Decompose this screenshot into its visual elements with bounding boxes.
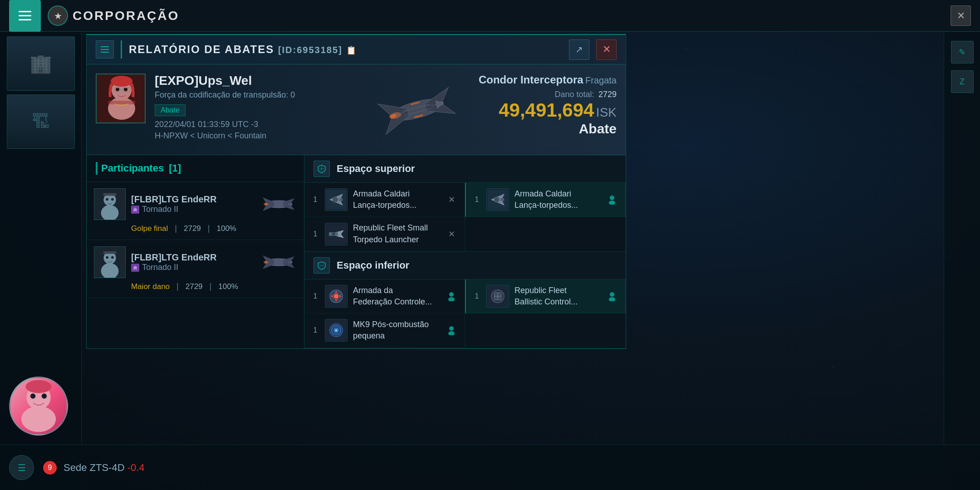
panel-menu-button[interactable] <box>96 40 114 59</box>
republic-torpedo-icon <box>326 224 346 244</box>
fitting-name-republic-ballistic: Republic FleetBallistic Control... <box>514 285 600 308</box>
participants-panel: Participantes [1] <box>87 155 304 348</box>
participant-rank-2 <box>131 264 139 272</box>
fitting-remove-republic-torpedo[interactable]: ✕ <box>445 228 458 240</box>
fitting-item-caldari-1[interactable]: 1 Armada CaldariLança-torpedos... ✕ <box>304 183 465 217</box>
svg-rect-45 <box>103 251 116 254</box>
sede-value: -0.4 <box>127 462 145 473</box>
close-icon: ✕ <box>603 44 611 55</box>
svg-point-44 <box>111 256 114 259</box>
hamburger-button[interactable] <box>9 0 41 32</box>
app-close-button[interactable]: ✕ <box>951 5 971 26</box>
svg-point-84 <box>610 292 614 297</box>
rank-icon-2 <box>132 265 138 270</box>
participant-bottom-2: Maior dano | 2729 | 100% <box>94 282 297 291</box>
separator-2: | <box>208 224 210 233</box>
corp-icon: ★ <box>48 5 68 26</box>
sidebar-right-btn-edit[interactable]: ✎ <box>951 41 974 64</box>
sede-system: ZTS-4D <box>90 462 125 473</box>
panel-header-divider <box>121 40 122 59</box>
participant-avatar-1 <box>94 188 126 220</box>
person-icon-republic-ballistic <box>607 291 617 301</box>
fitting-icon-federacao <box>325 285 348 308</box>
separator-3: | <box>176 282 179 291</box>
participant-ship-2: Tornado II <box>142 263 178 272</box>
fitting-item-federacao[interactable]: 1 <box>304 279 465 314</box>
ship-icon-2 <box>260 251 297 274</box>
fitting-item-caldari-2[interactable]: 1 Armada CaldariLança-torpedos... <box>465 183 626 217</box>
svg-marker-33 <box>133 207 137 212</box>
svg-rect-61 <box>500 198 504 201</box>
svg-point-2 <box>30 393 35 398</box>
fitting-person-federacao[interactable] <box>445 290 458 303</box>
ship-image <box>360 74 474 146</box>
participant-avatar-img-1 <box>94 188 125 220</box>
fitting-name-federacao: Armada daFederação Controle... <box>353 285 440 308</box>
participant-name-2: [FLBR]LTG EndeRR <box>131 252 217 263</box>
participant-avatar-2 <box>94 246 126 278</box>
participant-avatar-img-2 <box>94 246 125 278</box>
fitting-icon-mk9 <box>325 319 348 342</box>
sidebar-right: ✎ Z <box>944 32 980 490</box>
participant-ship-1: Tornado II <box>142 205 178 214</box>
sidebar-right-btn-z[interactable]: Z <box>951 70 974 93</box>
fittings-section-header-superior: Espaço superior <box>304 155 626 183</box>
fitting-qty-federacao: 1 <box>311 292 319 300</box>
fitting-person-republic-ballistic[interactable] <box>606 290 618 303</box>
svg-point-3 <box>42 393 47 398</box>
svg-point-43 <box>106 256 108 259</box>
participant-item-1[interactable]: [FLBR]LTG EndeRR Tornado II <box>87 182 304 240</box>
participants-title: Participantes [1] <box>101 162 181 174</box>
separator-1: | <box>175 224 177 233</box>
svg-rect-32 <box>103 193 116 196</box>
panel-close-button[interactable]: ✕ <box>596 39 617 60</box>
svg-marker-46 <box>133 265 137 270</box>
svg-point-31 <box>111 198 114 201</box>
bottom-bar: ☰ 9 Sede ZTS-4D -0.4 <box>0 445 980 490</box>
fitting-remove-caldari-1[interactable]: ✕ <box>445 193 458 206</box>
caldari-launcher-icon-2 <box>488 190 508 210</box>
avatar-image <box>10 377 67 436</box>
svg-point-30 <box>106 198 108 201</box>
fitting-item-mk9[interactable]: 1 MK9 Pós-com <box>304 314 465 348</box>
fittings-section-superior: Espaço superior 1 <box>304 155 626 252</box>
fitting-person-mk9[interactable] <box>445 324 458 337</box>
separator-4: | <box>210 282 212 291</box>
victim-section: [EXPO]Ups_Wel Força da codificação de tr… <box>87 64 626 155</box>
damage-display: Dano total: 2729 <box>479 90 617 99</box>
svg-point-63 <box>610 196 614 200</box>
panel-id: [ID:6953185] <box>278 45 343 55</box>
chat-button[interactable]: ☰ <box>9 455 34 480</box>
user-avatar[interactable] <box>9 377 68 436</box>
isk-display: 49,491,694 ISK <box>479 99 617 121</box>
shield-svg-superior <box>317 164 326 173</box>
hamburger-icon <box>19 11 31 20</box>
fitting-qty-republic-torpedo: 1 <box>311 230 319 238</box>
fitting-item-republic-ballistic[interactable]: 1 Republic FleetBallistic Control... <box>465 279 626 314</box>
fitting-qty-republic-ballistic: 1 <box>473 292 481 300</box>
building-icon-2: 🏗 <box>7 94 75 149</box>
fitting-person-caldari-2[interactable] <box>606 193 618 206</box>
pct-info-1: 100% <box>216 224 236 233</box>
participant-ship-img-1 <box>260 192 297 217</box>
caldari-launcher-icon-1 <box>326 190 346 210</box>
ship-info-right: Condor Interceptora Fragata Dano total: … <box>479 74 617 137</box>
participant-item-2[interactable]: [FLBR]LTG EndeRR Tornado II <box>87 240 304 298</box>
notification-badge: 9 <box>43 461 57 475</box>
fitting-name-caldari-1: Armada CaldariLança-torpedos... <box>353 188 440 211</box>
federacao-icon <box>326 286 346 306</box>
fitting-name-caldari-2: Armada CaldariLança-torpedos... <box>514 188 600 211</box>
panel-menu-icon <box>101 46 109 53</box>
svg-point-39 <box>264 203 268 206</box>
participant-rank-1 <box>131 206 139 214</box>
sede-label: Sede <box>64 462 87 473</box>
fittings-panel: Espaço superior 1 <box>304 155 626 348</box>
panel-export-button[interactable]: ↗ <box>569 39 589 60</box>
content-area: Participantes [1] <box>87 155 626 348</box>
panel-copy-icon: 📋 <box>346 46 357 55</box>
panel-header: RELATÓRIO DE ABATES [ID:6953185] 📋 ↗ ✕ <box>87 35 626 64</box>
fittings-section-inferior: Espaço inferior 1 <box>304 252 626 348</box>
export-icon: ↗ <box>575 44 583 55</box>
fitting-item-republic-torpedo[interactable]: 1 Republic Fleet SmallTorpedo Launcher ✕ <box>304 217 465 251</box>
victim-avatar-image <box>97 74 146 123</box>
